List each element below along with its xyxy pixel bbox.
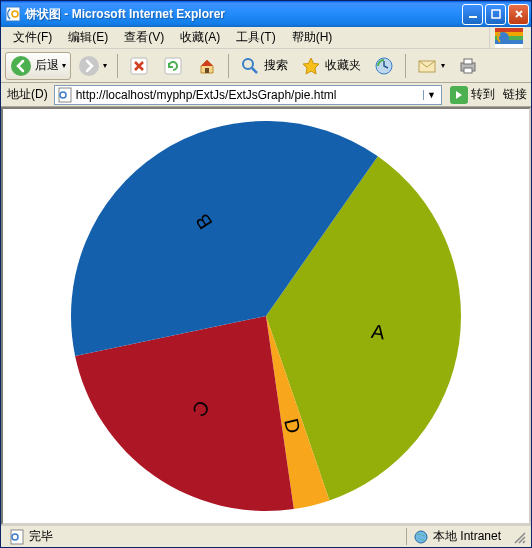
status-zone: 本地 Intranet	[406, 528, 505, 545]
dropdown-icon: ▾	[441, 61, 445, 70]
star-icon	[300, 55, 322, 77]
titlebar[interactable]: 饼状图 - Microsoft Internet Explorer	[1, 1, 531, 27]
svg-rect-20	[464, 68, 472, 73]
menu-view[interactable]: 查看(V)	[116, 27, 172, 48]
resize-grip-icon[interactable]	[511, 529, 527, 545]
ie-page-icon	[5, 6, 21, 22]
svg-rect-3	[492, 10, 500, 18]
favorites-label: 收藏夹	[325, 57, 361, 74]
statusbar: 完毕 本地 Intranet	[1, 525, 531, 547]
favorites-button[interactable]: 收藏夹	[295, 52, 366, 80]
pie-chart: ADCB	[16, 111, 516, 521]
svg-rect-21	[59, 88, 71, 102]
address-dropdown-icon[interactable]: ▼	[423, 90, 439, 100]
toolbar-separator	[117, 54, 118, 78]
print-button[interactable]	[452, 52, 484, 80]
refresh-button[interactable]	[157, 52, 189, 80]
addressbar: 地址(D) ▼ 转到 链接	[1, 83, 531, 107]
done-icon	[9, 529, 25, 545]
go-icon	[450, 86, 468, 104]
back-button[interactable]: 后退 ▾	[5, 52, 71, 80]
home-button[interactable]	[191, 52, 223, 80]
go-button[interactable]: 转到	[446, 85, 499, 105]
status-text: 完毕	[29, 528, 53, 545]
address-label: 地址(D)	[5, 86, 50, 103]
home-icon	[196, 55, 218, 77]
toolbar-separator	[405, 54, 406, 78]
svg-point-25	[415, 531, 427, 543]
stop-button[interactable]	[123, 52, 155, 80]
forward-icon	[78, 55, 100, 77]
menu-favorites[interactable]: 收藏(A)	[172, 27, 228, 48]
history-button[interactable]	[368, 52, 400, 80]
svg-point-11	[79, 56, 99, 76]
refresh-icon	[162, 55, 184, 77]
window-title: 饼状图 - Microsoft Internet Explorer	[25, 6, 462, 23]
dropdown-icon: ▾	[62, 61, 66, 70]
stop-icon	[128, 55, 150, 77]
search-icon	[239, 55, 261, 77]
status-left: 完毕	[5, 528, 400, 545]
toolbar: 后退 ▾ ▾ 搜索 收藏夹 ▾	[1, 49, 531, 83]
links-label[interactable]: 链接	[503, 86, 527, 103]
menubar: 文件(F) 编辑(E) 查看(V) 收藏(A) 工具(T) 帮助(H)	[1, 27, 531, 49]
menu-help[interactable]: 帮助(H)	[284, 27, 341, 48]
dropdown-icon: ▾	[103, 61, 107, 70]
svg-point-10	[11, 56, 31, 76]
intranet-icon	[413, 529, 429, 545]
maximize-button[interactable]	[485, 4, 506, 25]
menu-file[interactable]: 文件(F)	[5, 27, 60, 48]
search-label: 搜索	[264, 57, 288, 74]
back-icon	[10, 55, 32, 77]
browser-window: 饼状图 - Microsoft Internet Explorer 文件(F) …	[0, 0, 532, 548]
svg-rect-5	[495, 28, 523, 32]
search-button[interactable]: 搜索	[234, 52, 293, 80]
address-input-wrap[interactable]: ▼	[54, 85, 442, 105]
svg-point-15	[243, 59, 253, 69]
page-content: ADCB	[1, 107, 531, 525]
window-controls	[462, 4, 529, 25]
menu-tools[interactable]: 工具(T)	[228, 27, 283, 48]
svg-rect-23	[11, 530, 23, 544]
ie-logo-icon	[489, 27, 527, 49]
mail-button[interactable]: ▾	[411, 52, 450, 80]
address-input[interactable]	[76, 88, 423, 102]
print-icon	[457, 55, 479, 77]
forward-button[interactable]: ▾	[73, 52, 112, 80]
close-button[interactable]	[508, 4, 529, 25]
go-label: 转到	[471, 86, 495, 103]
menu-edit[interactable]: 编辑(E)	[60, 27, 116, 48]
toolbar-separator	[228, 54, 229, 78]
back-label: 后退	[35, 57, 59, 74]
minimize-button[interactable]	[462, 4, 483, 25]
svg-rect-19	[464, 59, 472, 64]
svg-rect-14	[205, 68, 209, 73]
svg-point-9	[497, 32, 509, 44]
page-icon	[57, 87, 73, 103]
mail-icon	[416, 55, 438, 77]
history-icon	[373, 55, 395, 77]
zone-label: 本地 Intranet	[433, 528, 501, 545]
svg-rect-2	[469, 16, 477, 18]
